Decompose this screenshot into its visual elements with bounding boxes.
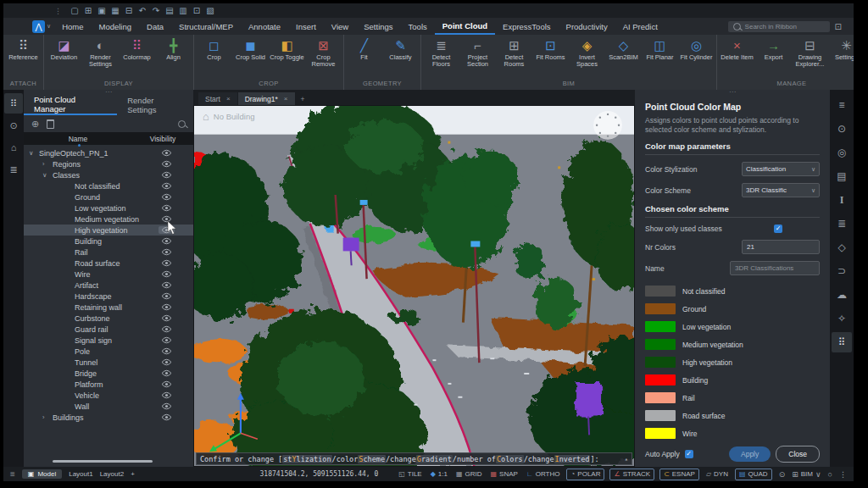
command-option[interactable]: /number of Colors [453, 455, 524, 463]
visibility-eye-icon[interactable] [159, 270, 175, 278]
status-toggle[interactable]: ∟ ORTHO [525, 470, 562, 478]
status-toggle[interactable]: ▦ SNAP [489, 470, 520, 478]
qat-icon[interactable]: ▧ [204, 6, 216, 15]
command-line[interactable]: Confirm or change [ stYlization/color Sc… [196, 452, 632, 465]
tree-row[interactable]: Signal sign [24, 335, 193, 346]
qat-icon[interactable]: ↷ [150, 6, 162, 15]
color-swatch[interactable] [645, 357, 676, 368]
menu-tab[interactable]: Tools [401, 18, 435, 35]
logo-dropdown-icon[interactable]: ∨ [47, 23, 51, 30]
expander-icon[interactable]: ∨ [29, 149, 39, 157]
tree-row[interactable]: Retaining wall [24, 302, 193, 313]
class-color-row[interactable]: Building [645, 371, 820, 389]
tree-row[interactable]: ∨ SingleOptech_PN_1 [24, 147, 193, 158]
tree-row[interactable]: Hardscape [24, 291, 193, 302]
panel-drag-handle[interactable]: ⋯ [645, 90, 820, 95]
visibility-eye-icon[interactable] [159, 314, 175, 322]
visibility-eye-icon[interactable] [159, 336, 175, 344]
ribbon-button[interactable]: ╱Fit [346, 37, 382, 61]
dock-icon[interactable]: ⌂ [4, 137, 23, 158]
command-option-keyword[interactable]: Gradient [416, 455, 453, 463]
dock-icon[interactable]: ⠿ [4, 93, 23, 114]
ribbon-button[interactable]: ×Delete Item [719, 37, 755, 61]
class-color-row[interactable]: Low vegetation [645, 318, 820, 336]
menu-tab[interactable]: Structural/MEP [171, 18, 241, 35]
ribbon-button[interactable]: ≣Detect Floors [423, 37, 459, 69]
layout1-tab[interactable]: Layout1 [69, 470, 92, 478]
visibility-eye-icon[interactable] [159, 248, 175, 256]
menu-tab[interactable]: View [324, 18, 356, 35]
tree-row[interactable]: Rail [24, 247, 193, 258]
class-color-row[interactable]: Ground [645, 300, 820, 318]
tree-row[interactable]: Guard rail [24, 324, 193, 335]
add-layout-button[interactable]: + [131, 470, 135, 478]
visibility-eye-icon[interactable] [159, 391, 175, 399]
status-toggle[interactable]: ▱ DYN [704, 470, 730, 478]
command-option-keyword[interactable]: Colors [496, 455, 524, 463]
visibility-eye-icon[interactable] [159, 171, 175, 179]
visibility-eye-icon[interactable] [159, 204, 175, 212]
tree-row[interactable]: › Buildings [24, 412, 193, 423]
ribbon-button[interactable]: →Export [755, 37, 792, 61]
model-tab[interactable]: ▣ Model [22, 469, 62, 479]
panel-tab[interactable]: Render Settings [117, 95, 193, 115]
dock-icon[interactable]: ≣ [4, 159, 23, 180]
qat-icon[interactable]: ▣ [96, 6, 108, 15]
visibility-eye-icon[interactable] [159, 259, 175, 267]
notification-bell-icon[interactable]: ○ [828, 470, 832, 479]
visibility-column-header[interactable]: Visibility [132, 135, 193, 143]
menu-tab[interactable]: ExpressTools [495, 18, 559, 35]
class-color-row[interactable]: Rail [645, 389, 820, 407]
show-only-used-classes-checkbox[interactable]: ✓ [774, 225, 782, 233]
dock-icon[interactable]: ✧ [832, 308, 852, 329]
expander-icon[interactable]: › [42, 413, 53, 421]
ribbon-button[interactable]: ⊠Crop Remove [305, 37, 342, 69]
add-point-cloud-button[interactable]: ⊕ [31, 119, 39, 130]
visibility-eye-icon[interactable] [159, 182, 175, 190]
ribbon-button[interactable]: ✳Settings [828, 37, 854, 61]
ribbon-button[interactable]: ⠿Reference [5, 37, 42, 61]
status-overflow-menu-icon[interactable]: ⋮ [839, 470, 847, 479]
visibility-eye-icon[interactable] [159, 303, 175, 311]
visibility-eye-icon[interactable] [159, 281, 175, 289]
tree-row[interactable]: Platform [24, 379, 193, 390]
home-icon[interactable]: ⌂ [203, 110, 209, 123]
menu-tab[interactable]: Settings [356, 18, 400, 35]
delete-icon[interactable] [47, 119, 54, 129]
command-option-keyword[interactable]: Inverted [554, 455, 591, 463]
color-swatch[interactable] [645, 321, 676, 332]
color-swatch[interactable] [645, 392, 676, 403]
layout2-tab[interactable]: Layout2 [100, 470, 124, 478]
color-swatch[interactable] [645, 303, 676, 314]
point-cloud-render[interactable] [194, 106, 634, 466]
ribbon-button[interactable]: ✎Classify [382, 37, 419, 61]
tree-row[interactable]: Wire [24, 269, 193, 280]
qat-icon[interactable]: ▦ [109, 6, 121, 15]
doc-tab-start[interactable]: Start × [198, 92, 237, 105]
color-swatch[interactable] [645, 410, 676, 421]
ribbon-button[interactable]: ◼Crop Solid [232, 37, 269, 61]
command-option[interactable]: stYlization [282, 455, 331, 463]
color-scheme-dropdown[interactable]: 3DR Classific ∨ [742, 183, 820, 197]
tree-row[interactable]: Not classified [24, 180, 193, 191]
auto-apply-checkbox[interactable]: ✓ [685, 450, 693, 458]
class-color-row[interactable]: Road surface [645, 407, 820, 424]
tree-row[interactable]: Curbstone [24, 313, 193, 324]
tree-row[interactable]: Vehicle [24, 390, 193, 401]
ribbon-button[interactable]: ◻Crop [196, 37, 232, 61]
qat-icon[interactable]: ⊡ [191, 6, 203, 15]
visibility-eye-icon[interactable] [159, 358, 175, 366]
visibility-eye-icon[interactable] [159, 380, 175, 388]
dock-icon[interactable]: ⊙ [832, 119, 852, 139]
close-icon[interactable]: × [226, 95, 231, 103]
qat-icon[interactable]: ▤ [164, 6, 175, 15]
dock-icon[interactable]: ◇ [832, 237, 852, 258]
ribbon-button[interactable]: ◫Fit Planar [642, 37, 678, 61]
menu-tab[interactable]: Annotate [241, 18, 288, 35]
ribbon-panel-toggle-icon[interactable]: ⊡ [835, 22, 842, 31]
close-button[interactable]: Close [776, 446, 820, 463]
menu-tab[interactable]: Productivity [559, 18, 615, 35]
ribbon-button[interactable]: ⌐Project Section [459, 37, 496, 69]
dock-icon[interactable]: I [832, 190, 852, 210]
menu-tab[interactable]: Data [139, 18, 171, 35]
